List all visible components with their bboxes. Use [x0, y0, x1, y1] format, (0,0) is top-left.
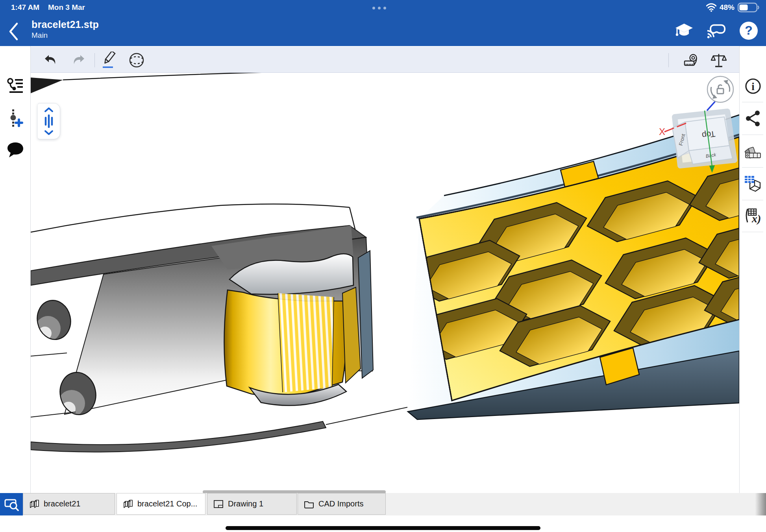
tab-cad-imports[interactable]: CAD Imports: [298, 493, 386, 515]
drawing-icon: [213, 499, 224, 510]
part-studio-icon: [122, 499, 133, 510]
workspace-name: Main: [31, 31, 99, 40]
flyout-up-button[interactable]: [44, 107, 54, 113]
variables-glyph: x): [751, 212, 761, 225]
wifi-icon: [706, 3, 716, 12]
document-header: bracelet21.stp Main: [0, 16, 766, 46]
measure-button[interactable]: [683, 52, 700, 69]
toolbar-divider: [668, 53, 669, 67]
battery-icon: [738, 2, 760, 13]
rail-divider: [742, 167, 763, 168]
left-rail: [0, 46, 31, 493]
tab-label: Drawing 1: [228, 499, 263, 508]
rail-divider: [742, 135, 763, 135]
document-title: bracelet21.stp: [31, 19, 99, 30]
status-bar: 1:47 AM Mon 3 Mar 48%: [0, 0, 766, 16]
variables-button[interactable]: x): [744, 207, 762, 225]
appearance-button[interactable]: [744, 141, 762, 160]
part-studio-icon: [29, 499, 40, 510]
bom-button[interactable]: [744, 174, 762, 193]
tab-label: bracelet21 Cop...: [137, 499, 197, 508]
redo-button[interactable]: [70, 52, 87, 69]
tab-overflow-shadow: [755, 493, 766, 515]
folder-icon: [303, 499, 315, 509]
question-glyph: ?: [745, 23, 753, 37]
mass-properties-button[interactable]: [710, 52, 727, 69]
tab-drawing-1[interactable]: Drawing 1: [207, 493, 297, 515]
sketch-pencil-button[interactable]: [100, 52, 118, 69]
battery-percent: 48%: [720, 3, 735, 12]
view-toolbar: [31, 46, 739, 73]
model-viewport[interactable]: Top Front Back X Z: [31, 73, 739, 493]
orbit-sphere-button[interactable]: [128, 52, 145, 69]
tab-label: bracelet21: [44, 499, 80, 508]
tab-bracelet21[interactable]: bracelet21: [23, 493, 115, 515]
tab-bar: bracelet21 bracelet21 Cop... Drawing 1: [0, 493, 766, 515]
help-button[interactable]: ?: [738, 20, 759, 41]
rail-divider: [742, 232, 763, 232]
date: Mon 3 Mar: [48, 3, 85, 12]
ar-headset-icon[interactable]: [706, 20, 727, 41]
tab-bracelet21-copy[interactable]: bracelet21 Cop...: [117, 493, 205, 515]
section-slider-icon[interactable]: [43, 115, 55, 128]
insert-feature-button[interactable]: [6, 109, 25, 128]
back-button[interactable]: [6, 21, 20, 42]
undo-button[interactable]: [42, 52, 59, 69]
clock: 1:47 AM: [11, 3, 39, 12]
tab-label: CAD Imports: [318, 499, 363, 508]
rotation-lock-button[interactable]: [707, 76, 733, 102]
status-ellipsis-icon[interactable]: [372, 7, 386, 9]
rail-divider: [742, 200, 763, 200]
axis-x-label: X: [659, 126, 665, 137]
share-button[interactable]: [744, 109, 762, 128]
section-view-flyout: [37, 103, 60, 139]
flyout-down-button[interactable]: [44, 129, 54, 136]
rail-divider: [742, 102, 763, 102]
feature-list-button[interactable]: [6, 76, 25, 96]
comment-button[interactable]: [6, 140, 25, 160]
learning-center-icon[interactable]: [674, 20, 694, 41]
search-tabs-button[interactable]: [0, 493, 23, 515]
app-window: 1:47 AM Mon 3 Mar 48% bracelet21.stp Mai: [0, 0, 766, 532]
home-indicator[interactable]: [226, 526, 540, 530]
toolbar-divider: [94, 53, 95, 67]
info-button[interactable]: i: [744, 77, 762, 96]
right-rail: i: [739, 46, 766, 493]
model-render: Top Front Back X Z: [31, 73, 739, 493]
info-glyph: i: [751, 81, 755, 92]
